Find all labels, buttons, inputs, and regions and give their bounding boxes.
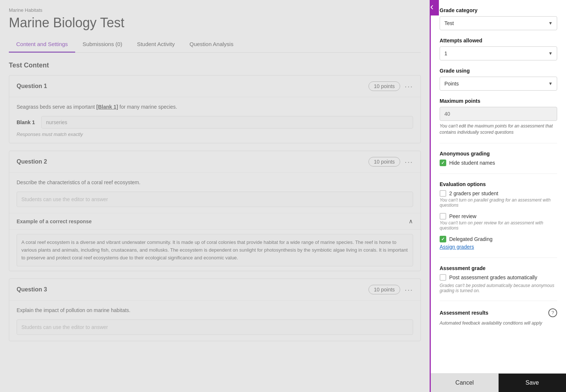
eval-2-label: Delegated Grading	[449, 236, 493, 242]
max-points-label: Maximum points	[440, 98, 557, 104]
grade-using-select-wrapper: Points ▼	[440, 77, 557, 91]
question-3-body: Explain the impact of pollution on marin…	[9, 301, 420, 341]
assessment-results-header: Assessment results ?	[440, 308, 557, 317]
attempts-select[interactable]: 1	[440, 46, 557, 60]
eval-1-wrapper: Peer review	[440, 213, 557, 220]
question-2-editor[interactable]: Students can use the editor to answer	[17, 192, 413, 207]
assessment-results-note: Automated feedback availability conditio…	[440, 320, 557, 326]
question-2-points: 10 points	[368, 157, 401, 167]
post-auto-wrapper: Post assessment grades automatically	[440, 274, 557, 281]
grade-category-select-wrapper: Test ▼	[440, 16, 557, 30]
right-panel: ✕ Grade category Test ▼ Attempts allowed…	[430, 0, 566, 392]
match-hint: Responses must match exactly	[17, 132, 413, 137]
hide-names-label: Hide student names	[449, 160, 495, 166]
attempts-group: Attempts allowed 1 ▼	[440, 38, 557, 60]
question-2-actions: 10 points ···	[368, 157, 413, 167]
divider-3	[440, 258, 557, 258]
blank-1-link: [Blank 1]	[96, 104, 118, 110]
max-points-group: Maximum points You can't edit the maximu…	[440, 98, 557, 136]
assessment-grade-group: Assessment grade Post assessment grades …	[440, 265, 557, 293]
eval-1-note: You can't turn on peer review for an ass…	[440, 220, 557, 231]
assign-graders-link[interactable]: Assign graders	[440, 244, 474, 250]
attempts-label: Attempts allowed	[440, 38, 557, 43]
cancel-button[interactable]: Cancel	[431, 374, 499, 392]
breadcrumb: Marine Habitats	[9, 7, 421, 13]
assessment-grade-label: Assessment grade	[440, 265, 557, 271]
example-chevron-icon: ∧	[409, 218, 413, 225]
question-3-more-button[interactable]: ···	[405, 286, 413, 294]
question-1-text: Seagrass beds serve as important [Blank …	[17, 103, 413, 111]
assessment-results-group: Assessment results ? Automated feedback …	[440, 308, 557, 326]
question-3-editor[interactable]: Students can use the editor to answer	[17, 319, 413, 335]
hide-names-checkbox[interactable]	[440, 160, 446, 166]
grade-using-label: Grade using	[440, 68, 557, 74]
eval-0-checkbox[interactable]	[440, 190, 446, 197]
question-2-body: Describe the characteristics of a coral …	[9, 173, 420, 213]
question-1-title: Question 1	[17, 83, 47, 90]
eval-item-1: Peer review You can't turn on peer revie…	[440, 213, 557, 231]
evaluation-label: Evaluation options	[440, 181, 557, 187]
left-panel: Marine Habitats Marine Biology Test Cont…	[0, 0, 430, 392]
question-2-text: Describe the characteristics of a coral …	[17, 179, 413, 186]
max-points-input	[440, 107, 557, 121]
eval-item-0: 2 graders per student You can't turn on …	[440, 190, 557, 208]
anonymous-grading-label: Anonymous grading	[440, 151, 557, 157]
evaluation-group: Evaluation options 2 graders per student…	[440, 181, 557, 250]
question-1-points: 10 points	[368, 81, 401, 91]
question-card-3: Question 3 10 points ··· Explain the imp…	[9, 279, 421, 341]
main-content: Test Content Question 1 10 points ··· Se…	[0, 53, 430, 392]
grade-using-select[interactable]: Points	[440, 77, 557, 91]
test-content-title: Test Content	[9, 62, 421, 69]
grade-using-group: Grade using Points ▼	[440, 68, 557, 91]
example-text: A coral reef ecosystem is a diverse and …	[17, 234, 413, 266]
eval-0-wrapper: 2 graders per student	[440, 190, 557, 197]
post-auto-label: Post assessment grades automatically	[449, 274, 537, 280]
panel-close-button[interactable]: ✕	[430, 0, 439, 15]
max-points-note: You can't edit the maximum points for an…	[440, 123, 557, 136]
example-title: Example of a correct response	[17, 218, 92, 224]
eval-1-checkbox[interactable]	[440, 213, 446, 220]
grade-category-label: Grade category	[440, 7, 557, 13]
example-header[interactable]: Example of a correct response ∧	[9, 213, 420, 229]
eval-2-checkbox[interactable]	[440, 236, 446, 242]
grade-category-group: Grade category Test ▼	[440, 7, 557, 30]
panel-footer: Cancel Save	[431, 373, 566, 392]
save-button[interactable]: Save	[499, 374, 566, 392]
example-body: A coral reef ecosystem is a diverse and …	[9, 229, 420, 271]
post-auto-checkbox[interactable]	[440, 274, 446, 281]
blank-1-label: Blank 1	[17, 119, 37, 125]
question-3-text: Explain the impact of pollution on marin…	[17, 307, 413, 314]
question-2-more-button[interactable]: ···	[405, 158, 413, 166]
question-card-1: Question 1 10 points ··· Seagrass beds s…	[9, 75, 421, 143]
anonymous-grading-group: Anonymous grading Hide student names	[440, 151, 557, 166]
panel-content: Grade category Test ▼ Attempts allowed 1…	[431, 0, 566, 373]
question-3-title: Question 3	[17, 286, 47, 293]
tab-question-analysis[interactable]: Question Analysis	[182, 36, 241, 53]
question-header-1: Question 1 10 points ···	[9, 76, 420, 97]
attempts-select-wrapper: 1 ▼	[440, 46, 557, 60]
question-1-more-button[interactable]: ···	[405, 82, 413, 91]
hide-names-wrapper: Hide student names	[440, 160, 557, 166]
header: Marine Habitats Marine Biology Test Cont…	[0, 0, 430, 53]
question-3-actions: 10 points ···	[368, 285, 413, 294]
question-3-points: 10 points	[368, 285, 401, 294]
divider-1	[440, 143, 557, 143]
grade-category-select[interactable]: Test	[440, 16, 557, 30]
post-auto-note: Grades can't be posted automatically bec…	[440, 283, 557, 293]
question-2-title: Question 2	[17, 158, 47, 165]
help-icon[interactable]: ?	[548, 308, 557, 317]
question-header-2: Question 2 10 points ···	[9, 151, 420, 173]
tab-submissions[interactable]: Submissions (0)	[75, 36, 130, 53]
eval-2-wrapper: Delegated Grading	[440, 236, 557, 242]
tab-student-activity[interactable]: Student Activity	[130, 36, 182, 53]
question-card-2: Question 2 10 points ··· Describe the ch…	[9, 151, 421, 271]
question-header-3: Question 3 10 points ···	[9, 279, 420, 301]
tab-content-settings[interactable]: Content and Settings	[9, 36, 75, 53]
eval-0-note: You can't turn on parallel grading for a…	[440, 197, 557, 208]
divider-4	[440, 301, 557, 301]
assessment-results-label: Assessment results	[440, 310, 488, 316]
blank-1-input[interactable]	[41, 116, 413, 129]
question-1-actions: 10 points ···	[368, 81, 413, 91]
tabs: Content and Settings Submissions (0) Stu…	[9, 36, 421, 53]
eval-1-label: Peer review	[449, 213, 476, 219]
